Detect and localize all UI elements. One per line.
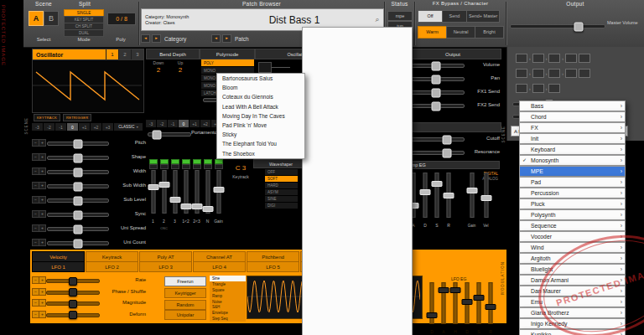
increment-button[interactable]: + [39, 168, 46, 175]
polymode-option[interactable]: POLY [201, 59, 254, 66]
submenu-item[interactable]: Lead With A Bell Attack [217, 102, 304, 111]
lfo-shape-option[interactable]: Square [210, 287, 246, 293]
mixer-fader[interactable]: N [202, 170, 213, 224]
fx-node[interactable] [532, 69, 544, 78]
eg-fader[interactable]: A [438, 282, 449, 334]
lfo-shape-option[interactable]: Sine [210, 276, 246, 281]
fader-track[interactable] [151, 170, 155, 214]
eg-fader[interactable]: R [443, 173, 454, 228]
menu-item[interactable]: ✓ Giana Brotherz › [519, 307, 626, 318]
increment-button[interactable]: + [39, 239, 46, 246]
increment-button[interactable]: + [39, 224, 46, 232]
fx-bypass-option[interactable]: Send+ Master [466, 10, 500, 23]
master-volume-slider[interactable] [510, 24, 605, 28]
fader-handle[interactable] [480, 195, 491, 201]
waveshaper-option[interactable]: SOFT [265, 176, 298, 182]
fader-handle[interactable] [180, 204, 191, 209]
submenu-item[interactable]: Bloom [217, 83, 304, 92]
solo-led[interactable] [171, 164, 179, 169]
slider-handle[interactable] [74, 196, 83, 205]
waveshaper-option[interactable]: DIGI [265, 203, 298, 209]
menu-item[interactable]: ✓ Vocoder › [519, 231, 626, 242]
slider-handle[interactable] [432, 75, 441, 84]
slider-track[interactable] [408, 90, 465, 95]
patch-prev-icon[interactable]: ◄ [211, 34, 221, 43]
lfo-tab-button[interactable]: LFO 5 [247, 261, 299, 272]
oscillator-waveform-display[interactable] [32, 59, 144, 113]
slider-track[interactable] [47, 156, 109, 160]
fader-handle[interactable] [474, 295, 485, 301]
menu-item[interactable]: ✓ Inigo Kennedy › [519, 318, 626, 329]
increment-button[interactable]: + [39, 311, 46, 318]
slider-handle[interactable] [69, 300, 77, 308]
slider-handle[interactable] [69, 288, 77, 296]
slider-handle[interactable] [153, 130, 162, 139]
submenu-item[interactable]: The Shoebox [217, 149, 304, 158]
slider-track[interactable] [47, 241, 109, 245]
solo-led[interactable] [204, 164, 212, 169]
fx-node[interactable] [548, 84, 560, 93]
slider-track[interactable] [408, 64, 465, 68]
fader-track[interactable] [489, 282, 493, 324]
octave-cell[interactable]: -1 [168, 120, 178, 127]
slider-handle[interactable] [74, 153, 83, 162]
lfo-trigger-option[interactable]: Freerun [164, 276, 206, 286]
lfo-tab-button[interactable]: LFO 3 [139, 261, 192, 272]
fader-handle[interactable] [213, 187, 224, 193]
octave-cell[interactable]: +2 [200, 120, 210, 127]
solo-led[interactable] [182, 164, 190, 169]
submenu-item[interactable]: Sticky [217, 130, 304, 139]
slider-handle[interactable] [69, 277, 77, 286]
slider-track[interactable] [47, 142, 109, 146]
slider-handle[interactable] [74, 139, 83, 148]
fx-node[interactable] [516, 84, 527, 93]
lfo-trigger-option[interactable]: Random [164, 300, 206, 310]
slider-handle[interactable] [74, 239, 83, 248]
fader-handle[interactable] [191, 204, 202, 209]
eg-fader[interactable]: S [473, 282, 485, 334]
category-prev-icon[interactable]: ◄ [141, 34, 150, 43]
menu-item[interactable]: ✓ Bluelight › [519, 264, 626, 275]
unipolar-button[interactable]: Unipolar [164, 310, 206, 320]
amp-fader[interactable]: Gain [465, 173, 479, 228]
menu-item[interactable]: ✓ Emu › [519, 296, 626, 307]
character-option[interactable]: Warm [418, 26, 447, 39]
waveshaper-option[interactable]: SINE [265, 196, 298, 202]
keytrack-root-value[interactable]: C 3 [226, 164, 255, 172]
octave-cell[interactable]: +2 [91, 123, 101, 131]
fader-handle[interactable] [486, 304, 496, 310]
menu-item[interactable]: ✓ Bass › [519, 100, 626, 111]
menu-item[interactable]: ✓ Damon Armani › [519, 275, 626, 286]
fader-track[interactable] [470, 173, 474, 218]
menu-item[interactable]: ✓ Keyboard › [519, 144, 626, 155]
octave-cell[interactable]: +3 [102, 123, 113, 131]
slider-track[interactable] [46, 279, 100, 283]
menu-item[interactable]: ✓ Dan Maurer › [519, 286, 626, 296]
octave-cell[interactable]: +1 [190, 120, 200, 127]
lfo-shape-option[interactable]: Envelope [210, 310, 246, 316]
fx-node[interactable] [532, 84, 544, 93]
retrigger-button[interactable]: RETRIGGER [63, 114, 91, 121]
fader-handle[interactable] [432, 181, 443, 187]
character-option[interactable]: Bright [475, 26, 504, 39]
increment-button[interactable]: + [39, 139, 46, 147]
slider-track[interactable] [47, 170, 109, 174]
fx-bypass-option[interactable]: Send [442, 10, 467, 23]
lfo-shape-option[interactable]: Ramp [210, 293, 246, 299]
lfo-shape-option[interactable]: Triangle [210, 281, 246, 287]
eg-fader[interactable]: D [461, 282, 473, 334]
fader-handle[interactable] [466, 188, 477, 193]
slider-handle[interactable] [74, 182, 83, 191]
submenu-item[interactable]: Coteaux du Giennois [217, 92, 304, 101]
oscillator-tab[interactable]: 3 [131, 49, 143, 59]
lfo-shape-option[interactable]: Step Seq [210, 316, 246, 322]
menu-item[interactable]: ✓ Chord › [519, 111, 626, 122]
solo-led[interactable] [193, 164, 201, 169]
slider-track[interactable] [408, 151, 465, 155]
search-icon[interactable]: ⌕ [371, 15, 383, 24]
lfo-tab-button[interactable]: LFO 4 [193, 261, 246, 272]
slider-handle[interactable] [443, 148, 452, 157]
mpe-button[interactable]: mpe [387, 11, 413, 21]
fx-node[interactable] [532, 54, 544, 63]
octave-cell[interactable]: -1 [55, 123, 66, 131]
